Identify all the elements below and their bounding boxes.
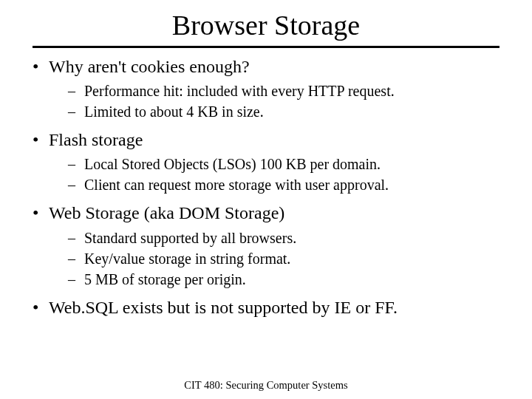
- bullet-item: • Web Storage (aka DOM Storage) –Standar…: [33, 202, 499, 288]
- bullet-marker: •: [33, 296, 49, 319]
- title-rule: [33, 46, 499, 48]
- sub-text: Client can request more storage with use…: [84, 175, 389, 194]
- bullet-item: • Web.SQL exists but is not supported by…: [33, 296, 499, 319]
- slide-title: Browser Storage: [0, 0, 532, 46]
- sub-item: –Key/value storage in string format.: [68, 249, 499, 268]
- sub-list: –Standard supported by all browsers. –Ke…: [33, 228, 499, 289]
- sub-text: Key/value storage in string format.: [84, 249, 290, 268]
- dash-marker: –: [68, 270, 84, 289]
- dash-marker: –: [68, 175, 84, 194]
- bullet-marker: •: [33, 129, 49, 151]
- slide-footer: CIT 480: Securing Computer Systems: [0, 379, 532, 392]
- bullet-text: Why aren't cookies enough?: [49, 55, 250, 78]
- slide-content: • Why aren't cookies enough? –Performanc…: [0, 55, 532, 319]
- bullet-item: • Flash storage –Local Stored Objects (L…: [33, 129, 499, 194]
- sub-list: –Performance hit: included with every HT…: [33, 81, 499, 121]
- bullet-text: Web Storage (aka DOM Storage): [49, 202, 284, 225]
- sub-item: –5 MB of storage per origin.: [68, 270, 499, 289]
- sub-text: Performance hit: included with every HTT…: [84, 81, 395, 100]
- sub-text: Limited to about 4 KB in size.: [84, 102, 264, 121]
- bullet-list: • Why aren't cookies enough? –Performanc…: [33, 55, 499, 319]
- sub-item: –Client can request more storage with us…: [68, 175, 499, 194]
- sub-item: –Standard supported by all browsers.: [68, 228, 499, 248]
- dash-marker: –: [68, 81, 84, 100]
- sub-text: Standard supported by all browsers.: [84, 228, 296, 248]
- bullet-item: • Why aren't cookies enough? –Performanc…: [33, 55, 499, 121]
- bullet-marker: •: [33, 202, 49, 225]
- bullet-text: Web.SQL exists but is not supported by I…: [49, 296, 398, 319]
- dash-marker: –: [68, 249, 84, 268]
- slide: Browser Storage • Why aren't cookies eno…: [0, 0, 532, 399]
- dash-marker: –: [68, 102, 84, 121]
- sub-text: Local Stored Objects (LSOs) 100 KB per d…: [84, 154, 381, 174]
- dash-marker: –: [68, 228, 84, 248]
- sub-list: –Local Stored Objects (LSOs) 100 KB per …: [33, 154, 499, 194]
- sub-item: –Local Stored Objects (LSOs) 100 KB per …: [68, 154, 499, 174]
- sub-text: 5 MB of storage per origin.: [84, 270, 246, 289]
- sub-item: –Performance hit: included with every HT…: [68, 81, 499, 100]
- dash-marker: –: [68, 154, 84, 174]
- sub-item: –Limited to about 4 KB in size.: [68, 102, 499, 121]
- bullet-text: Flash storage: [49, 129, 143, 151]
- bullet-marker: •: [33, 55, 49, 78]
